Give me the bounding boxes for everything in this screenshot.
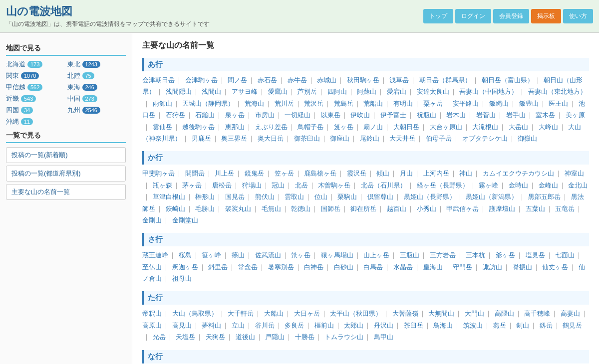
list-section-title: 一覧で見る	[6, 131, 126, 143]
link-prefecture-list[interactable]: 投稿の一覧(都道府県別)	[6, 166, 126, 182]
section-sa-header: さ行	[142, 233, 589, 246]
section-ta-list: 帝釈山｜ 大山（鳥取県）｜ 大千軒岳｜ 大船山｜ 大日ヶ岳｜ 太平山（秋田県）｜…	[142, 308, 589, 343]
section-sa: さ行 蔵王連峰｜ 桜島｜ 笹ヶ峰｜ 篠山｜ 佐武流山｜ 笊ヶ岳｜ 猿ヶ馬場山｜ …	[142, 233, 589, 284]
region-grid: 北海道 173 東北 1243 関東 1070 北陸 75 甲信越 562	[6, 60, 126, 126]
map-section-title: 地図で見る	[6, 44, 126, 56]
section-ta: た行 帝釈山｜ 大山（鳥取県）｜ 大千軒岳｜ 大船山｜ 大日ヶ岳｜ 太平山（秋田…	[142, 291, 589, 343]
header-nav: トップ ログイン 会員登録 掲示板 使い方	[423, 9, 593, 23]
region-tohoku: 東北 1243	[67, 60, 126, 69]
region-hokuriku-link[interactable]: 北陸	[67, 71, 80, 80]
nav-top-button[interactable]: トップ	[423, 9, 453, 23]
region-tokai-count: 246	[82, 84, 97, 91]
section-a: あ行 会津朝日岳｜ 会津駒ヶ岳｜ 間ノ岳｜ 赤石岳｜ 赤牛岳｜ 赤城山｜ 秋田駒…	[142, 58, 589, 144]
region-kyushu-count: 2546	[82, 107, 100, 114]
region-hokuriku: 北陸 75	[67, 71, 126, 80]
region-hokkaido: 北海道 173	[6, 60, 65, 69]
region-hokkaido-count: 173	[27, 61, 42, 68]
content-title: 主要な山の名前一覧	[142, 40, 589, 51]
region-okinawa-link[interactable]: 沖縄	[6, 117, 19, 126]
content-area: 主要な山の名前一覧 あ行 会津朝日岳｜ 会津駒ヶ岳｜ 間ノ岳｜ 赤石岳｜ 赤牛岳…	[132, 33, 599, 364]
region-chugoku: 中国 273	[67, 94, 126, 103]
section-na: な行 苗場山｜ 中ノ岳｜ 那岐山｜ 南木曽岳｜ 那須岳｜ 七ヶ岳｜ 男体山｜ 新…	[142, 350, 589, 364]
nav-board-button[interactable]: 掲示板	[531, 9, 561, 23]
region-tokai: 東海 246	[67, 83, 126, 92]
region-tohoku-link[interactable]: 東北	[67, 60, 80, 69]
region-koshinetsu: 甲信越 562	[6, 83, 65, 92]
section-a-list: 会津朝日岳｜ 会津駒ヶ岳｜ 間ノ岳｜ 赤石岳｜ 赤牛岳｜ 赤城山｜ 秋田駒ヶ岳｜…	[142, 74, 589, 144]
region-kanto-count: 1070	[21, 72, 39, 79]
region-koshinetsu-link[interactable]: 甲信越	[6, 83, 25, 92]
region-koshinetsu-count: 562	[27, 84, 42, 91]
region-shikoku-link[interactable]: 四国	[6, 106, 19, 115]
region-kyushu: 九州 2546	[67, 106, 126, 115]
sidebar: 地図で見る 北海道 173 東北 1243 関東 1070 北陸 75 甲信	[0, 33, 132, 364]
site-title: 山の電波地図	[6, 4, 210, 19]
nav-usage-button[interactable]: 使い方	[563, 9, 593, 23]
section-sa-list: 蔵王連峰｜ 桜島｜ 笹ヶ峰｜ 篠山｜ 佐武流山｜ 笊ヶ岳｜ 猿ヶ馬場山｜ 山上ヶ…	[142, 249, 589, 284]
region-okinawa: 沖縄 11	[6, 117, 65, 126]
link-new-list[interactable]: 投稿の一覧(新着順)	[6, 147, 126, 163]
section-na-header: な行	[142, 350, 589, 364]
header: 山の電波地図 「山の電波地図」は、携帯電話の電波情報をマップで共有できるサイトで…	[0, 0, 599, 33]
region-tokai-link[interactable]: 東海	[67, 83, 80, 92]
region-kinki-count: 543	[21, 95, 36, 102]
nav-register-button[interactable]: 会員登録	[493, 9, 529, 23]
region-shikoku-count: 34	[21, 107, 33, 114]
region-shikoku: 四国 34	[6, 106, 65, 115]
section-ka-header: か行	[142, 151, 589, 165]
main-layout: 地図で見る 北海道 173 東北 1243 関東 1070 北陸 75 甲信	[0, 33, 599, 364]
region-tohoku-count: 1243	[82, 61, 100, 68]
region-kyushu-link[interactable]: 九州	[67, 106, 80, 115]
region-hokkaido-link[interactable]: 北海道	[6, 60, 25, 69]
section-ka-list: 甲斐駒ヶ岳｜ 開聞岳｜ 川上岳｜ 鏡鬼岳｜ 笠ヶ岳｜ 鹿島槍ヶ岳｜ 霞沢岳｜ 傾…	[142, 168, 589, 226]
site-subtitle: 「山の電波地図」は、携帯電話の電波情報をマップで共有できるサイトです	[6, 20, 210, 28]
region-kinki-link[interactable]: 近畿	[6, 94, 19, 103]
region-hokuriku-count: 75	[82, 72, 94, 79]
section-a-header: あ行	[142, 58, 589, 71]
region-kanto: 関東 1070	[6, 71, 65, 80]
region-chugoku-link[interactable]: 中国	[67, 94, 80, 103]
region-okinawa-count: 11	[21, 118, 33, 125]
region-kinki: 近畿 543	[6, 94, 65, 103]
region-chugoku-count: 273	[82, 95, 97, 102]
region-kanto-link[interactable]: 関東	[6, 71, 19, 80]
header-left: 山の電波地図 「山の電波地図」は、携帯電話の電波情報をマップで共有できるサイトで…	[6, 4, 210, 28]
section-ta-header: た行	[142, 291, 589, 305]
section-ka: か行 甲斐駒ヶ岳｜ 開聞岳｜ 川上岳｜ 鏡鬼岳｜ 笠ヶ岳｜ 鹿島槍ヶ岳｜ 霞沢岳…	[142, 151, 589, 226]
nav-login-button[interactable]: ログイン	[455, 9, 491, 23]
link-mountain-list[interactable]: 主要な山の名前一覧	[6, 184, 126, 200]
